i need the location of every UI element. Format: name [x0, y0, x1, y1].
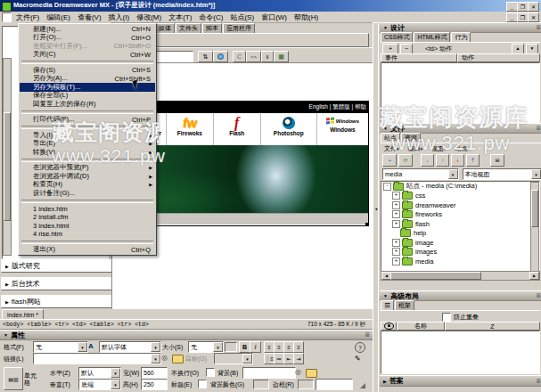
panel-grip-icon[interactable]: ≣ — [536, 125, 541, 132]
insert-tab-script[interactable]: 脚本 — [202, 23, 222, 33]
panel-grip-icon[interactable]: ≣ — [365, 331, 370, 339]
menu-item-recent-3[interactable]: 3 index.html — [20, 222, 155, 231]
reference-icon[interactable]: <> — [246, 51, 261, 62]
insert-tab-application[interactable]: 应用程序 — [223, 23, 255, 33]
dropdown-icon[interactable]: ▾ — [111, 368, 120, 378]
view-options-icon[interactable]: ▦ — [274, 51, 289, 62]
behaviors-list[interactable] — [381, 62, 540, 123]
tree-expand-icon[interactable]: + — [392, 257, 400, 265]
add-behavior-button[interactable]: + — [382, 44, 398, 54]
dropdown-icon[interactable]: ▾ — [213, 342, 223, 352]
left-panel-scrollbar[interactable] — [3, 58, 12, 256]
product-fireworks[interactable]: fw Firewoks — [167, 113, 214, 145]
tab-html-styles[interactable]: HTML样式 — [414, 32, 450, 42]
menu-window[interactable]: 窗口(W) — [258, 12, 291, 22]
tree-expand-icon[interactable]: + — [392, 220, 400, 228]
menu-modify[interactable]: 修改(M) — [133, 12, 165, 22]
tree-row-help[interactable]: help — [381, 229, 539, 239]
link-select[interactable]: ▾ — [33, 353, 161, 364]
panel-grip-icon[interactable]: ≣ — [536, 292, 541, 299]
preview-browser-icon[interactable] — [213, 51, 228, 62]
expand-site-icon[interactable]: ⊞ — [490, 154, 504, 167]
tree-row-fireworks[interactable]: + fireworks — [381, 210, 539, 220]
font-select[interactable]: 默认字体 ▾ — [99, 341, 161, 353]
horizontal-select[interactable]: 默认 ▾ — [78, 367, 121, 379]
target-select[interactable]: ▾ — [214, 353, 253, 364]
menu-item-convert[interactable]: 转换(V)▶ — [20, 148, 155, 157]
tab-css-styles[interactable]: CSS样式 — [381, 32, 413, 42]
tree-expand-icon[interactable]: + — [392, 239, 400, 247]
connect-icon[interactable]: ⌁ — [382, 154, 397, 167]
answers-panel-header[interactable]: ▶ 答案 ≣ — [380, 375, 541, 387]
title-bar[interactable]: Macromedia Dreamweaver MX - [双子星设计 (medi… — [0, 0, 541, 12]
action-column-header[interactable]: 动作 — [457, 53, 540, 62]
remove-behavior-button[interactable]: − — [400, 44, 413, 54]
merge-cells-button[interactable]: ▤▥ — [4, 367, 23, 390]
dropdown-icon[interactable]: ▾ — [531, 169, 541, 179]
doc-close-button[interactable]: ✕ — [528, 12, 539, 22]
properties-header[interactable]: ▼ 属性 ≣ — [0, 330, 373, 340]
bg-point-icon[interactable]: ◎ — [295, 368, 301, 376]
dropdown-icon[interactable]: ▾ — [111, 380, 120, 389]
layers-list[interactable] — [381, 331, 540, 374]
view-select[interactable]: 本地视图 ▾ — [463, 168, 541, 180]
menu-insert[interactable]: 插入(I) — [105, 12, 134, 22]
menu-text[interactable]: 文本(T) — [165, 12, 195, 22]
tree-root-row[interactable]: - 站点 - media (C:\media) — [381, 182, 539, 192]
product-windows[interactable]: Windows Windows — [317, 113, 368, 145]
menu-item-recent-4[interactable]: 4 rise.htm — [20, 230, 155, 239]
menu-help[interactable]: 帮助(H) — [291, 12, 322, 22]
tree-hscrollbar[interactable]: ◀ ▶ — [381, 271, 540, 281]
browse-folder-icon[interactable] — [172, 355, 184, 363]
site-select[interactable]: media ▾ — [382, 168, 459, 180]
bgcolor-swatch[interactable] — [253, 380, 269, 389]
dropdown-icon[interactable]: ▾ — [151, 342, 160, 352]
font-color-icon[interactable]: A — [88, 342, 94, 350]
italic-button[interactable]: I — [250, 341, 261, 353]
event-column-header[interactable]: 事件 — [381, 53, 457, 62]
move-up-button[interactable]: ▲ — [512, 44, 524, 54]
panel-grip-icon[interactable]: ≣ — [536, 378, 541, 385]
height-input[interactable] — [143, 381, 167, 388]
tree-expand-icon[interactable]: + — [392, 248, 400, 256]
nowrap-checkbox[interactable] — [206, 368, 215, 377]
tree-expand-icon[interactable]: + — [392, 210, 400, 218]
menu-item-print-code[interactable]: 打印代码(P)...Ctrl+P — [20, 116, 155, 125]
visibility-column-header[interactable] — [381, 322, 397, 331]
tab-site[interactable]: 站点 — [381, 133, 400, 143]
tab-layers[interactable]: 层 — [381, 300, 394, 310]
border-color-swatch[interactable] — [298, 380, 314, 389]
tree-row-dreamweaver[interactable]: + dreamweaver — [381, 200, 539, 210]
tree-collapse-icon[interactable]: - — [383, 183, 391, 191]
menu-item-export[interactable]: 导出(E)▶ — [20, 140, 155, 149]
align-justify-button[interactable]: ≡ — [293, 341, 304, 353]
file-management-icon[interactable]: ⇅ — [198, 51, 213, 62]
menu-item-recent-2[interactable]: 2 install.cfm — [20, 213, 155, 222]
site-tree[interactable]: - 站点 - media (C:\media) + css + dreamwea… — [381, 181, 540, 272]
menu-file[interactable]: 文件(F) — [12, 12, 43, 22]
menu-item-preview-in-browser[interactable]: 在浏览器中预览(P)▶ — [20, 164, 155, 173]
refresh-icon[interactable]: C — [233, 51, 246, 62]
selection-handle[interactable] — [365, 223, 369, 226]
menu-item-close[interactable]: 关闭(C)Ctrl+W — [20, 51, 155, 60]
move-down-button[interactable]: ▼ — [526, 44, 538, 54]
tab-behaviors[interactable]: 行为 — [451, 32, 471, 42]
expander-icon[interactable] — [360, 383, 365, 388]
tree-vscrollbar[interactable] — [530, 182, 539, 272]
format-select[interactable]: 无 ▾ — [33, 341, 88, 353]
scrollbar-thumb[interactable] — [390, 272, 481, 280]
left-panel-flash-site[interactable]: ▶ flash网站 — [1, 295, 113, 308]
menu-item-exit[interactable]: 退出(X)Ctrl+Q — [20, 246, 155, 255]
menu-item-debug-in-browser[interactable]: 在浏览器中调试(D)▶ — [20, 172, 155, 181]
quick-tag-icon[interactable]: ✎ — [355, 355, 361, 363]
menu-item-revert[interactable]: 回复至上次的保存(R) — [20, 100, 155, 109]
menu-view[interactable]: 查看(V) — [74, 12, 105, 22]
menu-item-save-all[interactable]: 保存全部(L) — [20, 92, 155, 101]
tree-row-flash[interactable]: + flash — [381, 219, 539, 229]
code-navigation-icon[interactable]: ‖ — [261, 51, 274, 62]
border-input[interactable] — [318, 381, 352, 388]
header-checkbox[interactable] — [198, 380, 207, 388]
menu-item-import[interactable]: 导入(I)▶ — [20, 131, 155, 140]
menu-site[interactable]: 站点(S) — [226, 12, 258, 22]
menu-item-recent-1[interactable]: 1 index.htm — [20, 205, 155, 214]
